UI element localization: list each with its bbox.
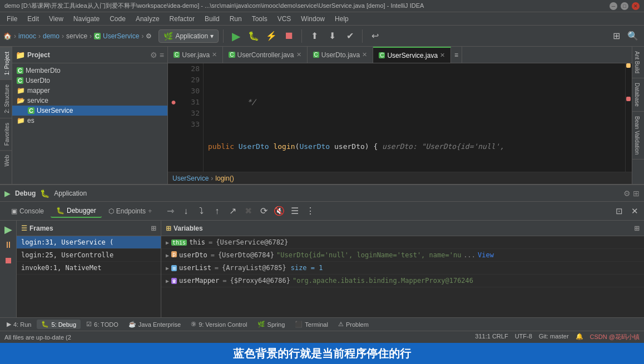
bottom-tab-spring[interactable]: 🌿 Spring: [253, 320, 290, 329]
close-debug-btn[interactable]: ✕: [627, 204, 642, 218]
var-item-this[interactable]: ▶ this this = {UserService@6782}: [161, 236, 644, 249]
frame-item-invoke0[interactable]: invoke0:1, NativeMet: [17, 262, 161, 275]
debug-tab-debugger[interactable]: 🐛 Debugger: [51, 205, 102, 218]
search-button[interactable]: 🔍: [625, 28, 641, 44]
status-encoding[interactable]: UTF-8: [515, 333, 532, 341]
menu-view[interactable]: View: [44, 14, 68, 24]
run-button[interactable]: ▶: [228, 28, 244, 44]
var-expand-this[interactable]: ▶: [166, 240, 169, 246]
panel-settings-icon[interactable]: ≡: [160, 51, 164, 59]
tab-close-controller[interactable]: ✕: [296, 51, 301, 58]
breadcrumb-imooc[interactable]: 🏠: [3, 32, 12, 40]
sidebar-item-project[interactable]: 1: Project: [0, 47, 12, 79]
undo-button[interactable]: ↩: [367, 28, 383, 44]
evaluate-btn[interactable]: ✖: [241, 204, 255, 218]
force-run-btn[interactable]: ⟳: [256, 204, 271, 218]
menu-edit[interactable]: Edit: [23, 14, 43, 24]
right-tab-database[interactable]: Database: [632, 78, 644, 112]
debug-layout-icon[interactable]: ⊞: [633, 189, 640, 198]
menu-refactor[interactable]: Refactor: [165, 14, 199, 24]
vcs-commit-button[interactable]: ✔: [342, 28, 358, 44]
settings-btn[interactable]: ⋮: [303, 204, 318, 218]
panel-gear-icon[interactable]: ⚙: [150, 51, 157, 59]
step-into-btn[interactable]: ↓: [179, 204, 193, 218]
resume-button[interactable]: ▶: [2, 223, 15, 236]
variables-expand-icon[interactable]: ⊞: [634, 225, 640, 232]
tab-close-dto[interactable]: ✕: [362, 51, 367, 58]
menu-help[interactable]: Help: [330, 14, 353, 24]
frame-item-login25[interactable]: login:25, UserControlle: [17, 249, 161, 262]
vcs-update-button[interactable]: ⬇: [324, 28, 340, 44]
restore-btn[interactable]: ⊡: [612, 204, 626, 218]
menu-code[interactable]: Code: [105, 14, 130, 24]
tab-close-service[interactable]: ✕: [440, 52, 445, 59]
status-git[interactable]: Git: master: [539, 333, 569, 341]
run-to-cursor-btn[interactable]: ↗: [225, 204, 240, 218]
tab-user-java[interactable]: C User.java ✕: [168, 47, 223, 63]
debug-button[interactable]: 🐛: [246, 28, 261, 44]
bottom-tab-terminal[interactable]: ⬛ Terminal: [290, 320, 333, 329]
mute-btn[interactable]: 🔇: [272, 204, 286, 218]
step-over-btn[interactable]: ⇾: [163, 204, 177, 218]
var-view-userdto[interactable]: View: [478, 251, 494, 259]
code-content[interactable]: */ public UserDto login(UserDto userDto)…: [204, 63, 625, 172]
structure-button[interactable]: ⊞: [608, 28, 624, 44]
bottom-tab-problems[interactable]: ⚠ Problem: [334, 320, 373, 329]
maximize-button[interactable]: □: [621, 2, 628, 10]
code-editor[interactable]: ● 28 29 30 31 32 33: [168, 63, 632, 172]
menu-navigate[interactable]: Navigate: [69, 14, 104, 24]
sidebar-item-structure[interactable]: 2: Structure: [0, 79, 12, 118]
debug-gear-icon[interactable]: ⚙: [623, 189, 631, 198]
sidebar-item-web[interactable]: Web: [0, 150, 12, 171]
minimize-button[interactable]: ─: [610, 2, 617, 10]
breadcrumb-demo[interactable]: demo: [43, 32, 60, 40]
tree-item-service[interactable]: 📂 service: [12, 96, 167, 106]
menu-build[interactable]: Build: [200, 14, 224, 24]
tab-userservice-java[interactable]: C UserService.java ✕: [373, 47, 451, 63]
var-item-userdto[interactable]: ▶ p userDto = {UserDto@6784} "UserDto{id…: [161, 249, 644, 262]
menu-run[interactable]: Run: [225, 14, 246, 24]
tab-userdto-java[interactable]: C UserDto.java ✕: [308, 47, 374, 63]
sidebar-item-favorites[interactable]: Favorites: [0, 118, 12, 150]
breadcrumb-service[interactable]: service: [66, 32, 87, 40]
right-tab-bean-validation[interactable]: Bean Validation: [632, 112, 644, 159]
tree-item-memberdto[interactable]: C MemberDto: [12, 66, 167, 76]
bottom-tab-todo[interactable]: ☑ 6: TODO: [82, 320, 123, 329]
var-item-usermapper[interactable]: ▶ ☎ userMapper = {$Proxy64@6786} "org.ap…: [161, 275, 644, 287]
breadcrumb-imooc-label[interactable]: imooc: [18, 32, 36, 40]
stop-button[interactable]: ⏹: [281, 28, 297, 44]
tab-usercontroller-java[interactable]: C UserController.java ✕: [223, 47, 307, 63]
tab-menu-button[interactable]: ≡: [451, 47, 462, 63]
debug-tab-endpoints[interactable]: ⬡ Endpoints +: [103, 205, 157, 217]
frame-item-login31[interactable]: login:31, UserService (: [17, 236, 161, 249]
var-item-userlist[interactable]: ▶ ≡ userList = {ArrayList@6785} size = 1: [161, 262, 644, 275]
tree-item-userdto[interactable]: C UserDto: [12, 76, 167, 86]
bottom-tab-version-control[interactable]: ⑨ 9: Version Control: [186, 320, 251, 329]
var-expand-usermapper[interactable]: ▶: [166, 278, 169, 284]
close-button[interactable]: ✕: [632, 2, 640, 10]
bottom-tab-java-enterprise[interactable]: ☕ Java Enterprise: [124, 320, 185, 329]
tree-item-mapper[interactable]: 📁 mapper: [12, 86, 167, 96]
tree-item-userservice[interactable]: C UserService: [12, 106, 167, 116]
step-out-btn[interactable]: ↑: [210, 204, 224, 218]
menu-window[interactable]: Window: [296, 14, 329, 24]
vcs-button[interactable]: ⬆: [306, 28, 322, 44]
run-config-button[interactable]: 🌿 Application ▾: [158, 29, 219, 43]
tree-item-es[interactable]: 📁 es: [12, 116, 167, 126]
menu-vcs[interactable]: VCS: [273, 14, 296, 24]
menu-analyze[interactable]: Analyze: [131, 14, 164, 24]
menu-file[interactable]: File: [2, 14, 22, 24]
right-tab-ant-build[interactable]: Ant Build: [632, 47, 644, 78]
var-expand-userlist[interactable]: ▶: [166, 265, 169, 271]
breadcrumb-userservice[interactable]: UserService: [103, 32, 139, 40]
stop-debug-button[interactable]: ⏹: [2, 254, 15, 267]
var-expand-userdto[interactable]: ▶: [166, 251, 169, 258]
frames-expand-icon[interactable]: ⊞: [151, 225, 156, 232]
bottom-tab-run[interactable]: ▶ 4: Run: [2, 320, 36, 329]
step-into-my-code-btn[interactable]: ⤵: [194, 204, 209, 218]
menu-tools[interactable]: Tools: [247, 14, 272, 24]
coverage-button[interactable]: ⚡: [264, 28, 279, 44]
pause-button[interactable]: ⏸: [2, 238, 15, 252]
debug-tab-console[interactable]: ▣ Console: [6, 205, 49, 217]
bp-cell-31[interactable]: ●: [168, 97, 179, 108]
